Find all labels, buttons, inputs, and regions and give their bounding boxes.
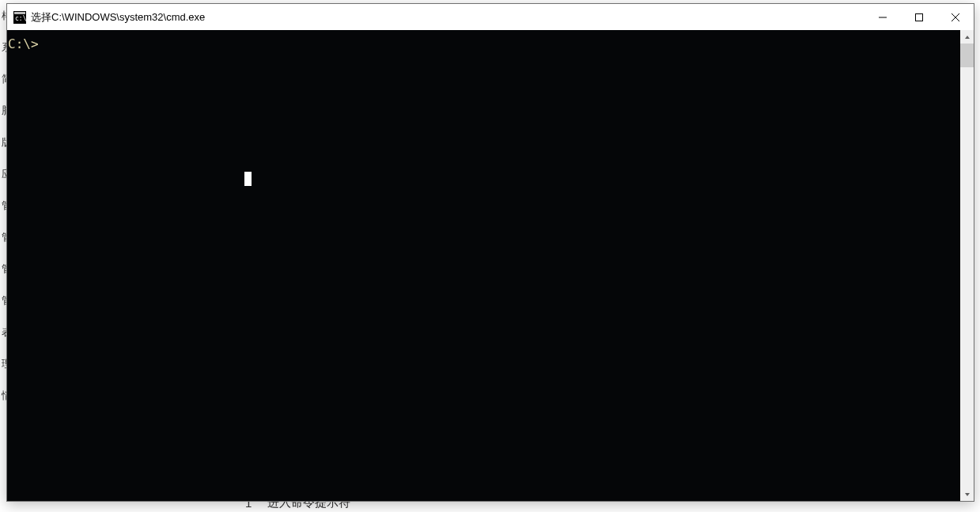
- titlebar[interactable]: c:\ 选择C:\WINDOWS\system32\cmd.exe: [7, 4, 974, 30]
- scroll-down-button[interactable]: [960, 487, 974, 501]
- console-area[interactable]: C:\>: [7, 30, 960, 501]
- selection-cursor: [244, 172, 252, 186]
- window-title: 选择C:\WINDOWS\system32\cmd.exe: [31, 10, 865, 25]
- scroll-track[interactable]: [960, 44, 974, 487]
- console-wrap: C:\>: [7, 30, 974, 501]
- svg-rect-4: [916, 13, 923, 21]
- prompt-line: C:\>: [8, 36, 960, 52]
- vertical-scrollbar[interactable]: [960, 30, 974, 501]
- window-controls: [865, 4, 974, 30]
- scroll-up-button[interactable]: [960, 30, 974, 44]
- maximize-button[interactable]: [901, 4, 937, 30]
- svg-marker-7: [965, 36, 970, 39]
- svg-text:c:\: c:\: [15, 15, 26, 22]
- minimize-button[interactable]: [865, 4, 901, 30]
- close-button[interactable]: [937, 4, 974, 30]
- cmd-icon: c:\: [13, 11, 26, 24]
- scroll-thumb[interactable]: [960, 44, 974, 67]
- svg-marker-8: [965, 493, 970, 496]
- svg-rect-1: [14, 12, 25, 14]
- cmd-window: c:\ 选择C:\WINDOWS\system32\cmd.exe C:\>: [6, 3, 974, 502]
